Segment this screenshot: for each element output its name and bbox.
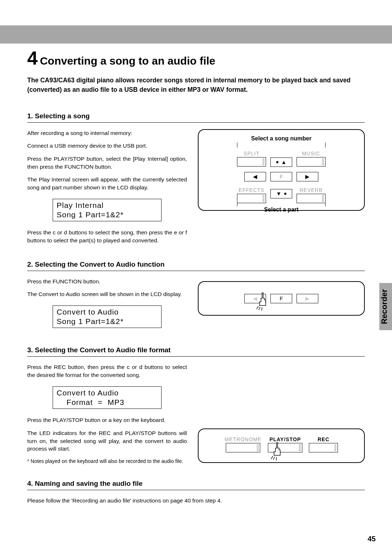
label-reverb: REVERB <box>299 187 323 193</box>
s3-p3: The LED indicators for the REC and PLAY/… <box>27 429 187 453</box>
metronome-button[interactable] <box>226 443 260 452</box>
section-2-heading: 2. Selecting the Convert to Audio functi… <box>27 260 365 271</box>
lcd-display-convert: Convert to Audio Song 1 Part=1&2* <box>53 305 162 328</box>
split-button[interactable] <box>237 157 266 167</box>
section-3-heading: 3. Selecting the Convert to Audio file f… <box>27 346 365 357</box>
music-button[interactable] <box>297 157 326 167</box>
lcd-display-play-internal: Play Internal Song 1 Part=1&2* <box>53 199 162 222</box>
reverb-button[interactable] <box>297 194 326 203</box>
right-button-dim[interactable]: ▶ <box>297 294 318 303</box>
lcd-line1: Play Internal <box>57 201 158 210</box>
label-select-song: Select a song number <box>204 135 359 142</box>
label-effects: EFFECTS <box>239 187 265 193</box>
function-button[interactable]: F <box>270 172 292 181</box>
side-tab-label: Recorder <box>380 283 389 330</box>
s1-p2: Connect a USB memory device to the USB p… <box>27 142 187 150</box>
intro-paragraph: The CA93/CA63 digital piano allows recor… <box>27 75 365 95</box>
s1-p3: Press the PLAY/STOP button, select the [… <box>27 155 187 171</box>
s2-p1: Press the FUNCTION button. <box>27 278 187 286</box>
hand-pointer-icon <box>253 291 271 311</box>
s1-p4: The Play Internal screen will appear, wi… <box>27 176 187 191</box>
down-button[interactable]: ▼ <box>270 189 292 198</box>
lcd-line2: Song 1 Part=1&2* <box>57 317 158 326</box>
s4-p1: Please follow the 'Recording an audio fi… <box>27 497 365 505</box>
s3-p2: Press the PLAY/STOP button or a key on t… <box>27 416 187 424</box>
rec-button[interactable] <box>309 443 338 452</box>
right-button[interactable]: ▶ <box>297 172 318 181</box>
label-music: MUSIC <box>302 151 320 156</box>
section-4-heading: 4. Naming and saving the audio file <box>27 480 365 490</box>
s1-p5: Press the c or d buttons to select the s… <box>27 229 187 244</box>
s3-p1: Press the REC button, then press the c o… <box>27 363 187 379</box>
callout-line <box>237 143 237 148</box>
title-text: Converting a song to an audio file <box>40 55 215 67</box>
control-panel-diagram-1: Select a song number SPLIT ▲ MUSIC <box>198 129 365 211</box>
left-button[interactable]: ◀ <box>244 172 266 181</box>
s2-p2: The Convert to Audio screen will be show… <box>27 290 187 298</box>
header-gray-bar <box>0 25 392 44</box>
lcd-line1: Convert to Audio <box>57 307 158 317</box>
label-split: SPLIT <box>244 151 260 156</box>
page-number: 45 <box>368 535 376 543</box>
function-button[interactable]: F <box>270 294 292 303</box>
control-panel-diagram-2: ◀ F ▶ <box>198 281 365 316</box>
lcd-line1: Convert to Audio <box>57 388 158 398</box>
s1-p1: After recording a song to internal memor… <box>27 129 187 137</box>
s3-note: * Notes played on the keyboard will also… <box>27 458 187 465</box>
hand-pointer-icon <box>268 441 286 461</box>
page-title: 4 Converting a song to an audio file <box>27 47 365 69</box>
label-rec: REC <box>318 436 330 442</box>
control-panel-diagram-3: METRONOME PLAY/STOP REC <box>198 428 365 463</box>
section-1-heading: 1. Selecting a song <box>27 112 365 123</box>
up-button[interactable]: ▲ <box>270 157 292 167</box>
page-content: 4 Converting a song to an audio file The… <box>27 47 365 509</box>
title-number: 4 <box>27 47 38 69</box>
lcd-line2: Song 1 Part=1&2* <box>57 210 158 219</box>
effects-button[interactable] <box>237 194 266 203</box>
label-metronome: METRONOME <box>225 436 262 442</box>
lcd-line2: Format = MP3 <box>57 398 158 407</box>
callout-line <box>325 143 326 148</box>
lcd-display-format: Convert to Audio Format = MP3 <box>53 386 162 409</box>
label-select-part: Select a part <box>204 206 359 213</box>
